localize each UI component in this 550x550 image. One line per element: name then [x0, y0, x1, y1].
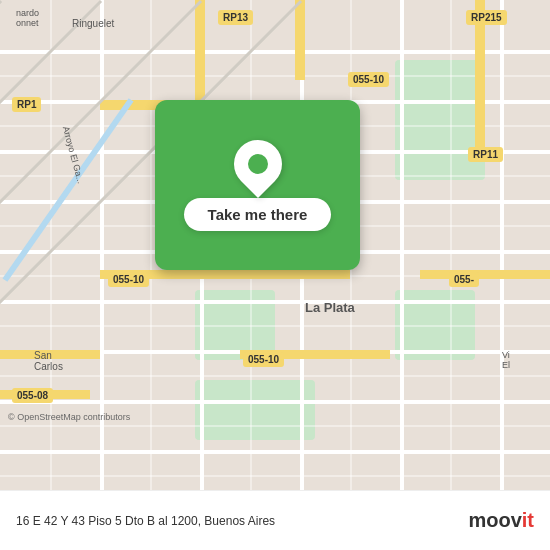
road-h-s6	[0, 325, 550, 327]
moovit-text: moovit	[468, 509, 534, 532]
road-h8	[0, 400, 550, 404]
location-popup: Take me there	[155, 100, 360, 270]
label-ringuelet: Ringuelet	[72, 18, 114, 29]
label-vi-el: ViEl	[502, 350, 510, 370]
road-v-s5	[450, 0, 452, 490]
badge-rp215: RP215	[466, 10, 507, 25]
badge-055-10-bottom: 055-10	[243, 352, 284, 367]
badge-055-08: 055-08	[12, 388, 53, 403]
park-area-5	[195, 380, 315, 440]
label-onnet: onnet	[16, 18, 39, 28]
badge-055-10-top: 055-10	[348, 72, 389, 87]
road-v4	[400, 0, 404, 490]
map-copyright: © OpenStreetMap contributors	[8, 412, 130, 422]
badge-rp13: RP13	[218, 10, 253, 25]
label-nardo: nardo	[16, 8, 39, 18]
road-v-s2	[150, 0, 152, 490]
road-h1	[0, 50, 550, 54]
road-h6	[0, 300, 550, 304]
yellow-road-055-10-r	[420, 270, 550, 279]
road-v5	[500, 0, 504, 490]
location-pin-icon	[234, 140, 282, 188]
road-h9	[0, 450, 550, 454]
badge-055-10-mid: 055-10	[108, 272, 149, 287]
take-me-there-button[interactable]: Take me there	[184, 198, 332, 231]
address-label: 16 E 42 Y 43 Piso 5 Dto B al 1200, Bueno…	[16, 514, 468, 528]
badge-rp11: RP11	[468, 147, 503, 162]
road-h-s1	[0, 75, 550, 77]
badge-rp1: RP1	[12, 97, 41, 112]
yellow-road-v-rp13	[295, 0, 305, 80]
label-la-plata: La Plata	[305, 300, 355, 315]
bottom-bar: 16 E 42 Y 43 Piso 5 Dto B al 1200, Bueno…	[0, 490, 550, 550]
road-h-s8	[0, 425, 550, 427]
road-h-s7	[0, 375, 550, 377]
yellow-road-1	[195, 0, 205, 105]
badge-055-10-right: 055-	[449, 272, 479, 287]
moovit-logo: moovit	[468, 509, 534, 532]
label-san-carlos: SanCarlos	[34, 350, 63, 372]
map-container: RP1 RP13 RP215 RP11 055-10 055-10 055- 0…	[0, 0, 550, 490]
road-h-s9	[0, 475, 550, 477]
park-area-3	[395, 60, 485, 180]
